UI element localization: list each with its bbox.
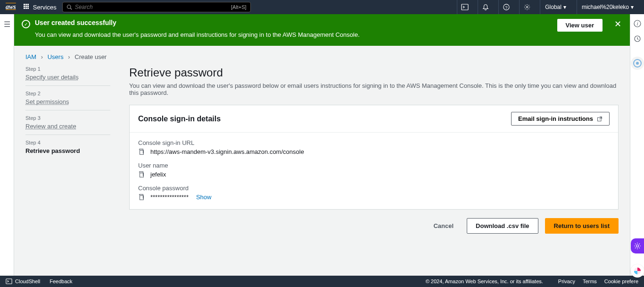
float-widget-2[interactable] xyxy=(631,238,644,253)
email-instructions-button[interactable]: Email sign-in instructions xyxy=(511,112,610,126)
cloudshell-label: CloudShell xyxy=(15,279,40,284)
float-widget-3[interactable] xyxy=(631,264,644,278)
download-csv-button[interactable]: Download .csv file xyxy=(467,218,538,234)
svg-text:?: ? xyxy=(505,5,507,10)
float-widget-1[interactable] xyxy=(631,57,644,70)
svg-point-0 xyxy=(67,5,71,9)
content-area: ✓ User created successfully You can view… xyxy=(14,14,630,276)
copy-icon[interactable] xyxy=(138,194,146,201)
step-2[interactable]: Step 2 Set permissions xyxy=(25,86,110,110)
feedback-link[interactable]: Feedback xyxy=(50,279,72,284)
view-user-button[interactable]: View user xyxy=(557,19,603,32)
services-label: Services xyxy=(33,4,57,11)
breadcrumb-current: Create user xyxy=(74,53,107,60)
step-num: Step 2 xyxy=(25,91,110,96)
search-box[interactable]: [Alt+S] xyxy=(62,2,251,12)
step-name: Review and create xyxy=(25,123,110,130)
breadcrumb: IAM › Users › Create user xyxy=(14,46,630,66)
banner-title: User created successfully xyxy=(35,19,553,26)
signin-url-value: https://aws-mandem-v3.signin.aws.amazon.… xyxy=(150,148,304,155)
cloudshell-icon[interactable] xyxy=(457,0,472,14)
grid-icon xyxy=(24,4,30,10)
page-title: Retrieve password xyxy=(129,66,619,79)
region-label: Global xyxy=(545,4,561,10)
step-name: Specify user details xyxy=(25,74,110,81)
card-title: Console sign-in details xyxy=(138,115,221,123)
user-menu[interactable]: michael%20keleko ▾ xyxy=(577,0,638,14)
password-field: Console password **************** Show xyxy=(138,185,610,201)
field-label: Console sign-in URL xyxy=(138,139,610,146)
svg-point-15 xyxy=(636,62,639,65)
svg-point-5 xyxy=(526,6,528,8)
step-num: Step 3 xyxy=(25,115,110,121)
breadcrumb-iam[interactable]: IAM xyxy=(25,53,36,60)
banner-desc: You can view and download the user's pas… xyxy=(35,31,553,38)
right-panel-toggle: i xyxy=(630,14,644,276)
terms-link[interactable]: Terms xyxy=(583,279,597,284)
username-field: User name jefelix xyxy=(138,162,610,178)
hamburger-icon[interactable]: ☰ xyxy=(4,20,10,29)
cookie-link[interactable]: Cookie prefere xyxy=(604,279,638,284)
steps-sidebar: Step 1 Specify user details Step 2 Set p… xyxy=(25,66,110,242)
chevron-down-icon: ▾ xyxy=(631,4,634,10)
chevron-down-icon: ▾ xyxy=(563,4,566,10)
svg-point-16 xyxy=(636,245,639,247)
search-input[interactable] xyxy=(75,4,231,10)
success-banner: ✓ User created successfully You can view… xyxy=(14,14,630,46)
step-num: Step 4 xyxy=(25,140,110,145)
top-nav: aws Services [Alt+S] ? Global ▾ michael%… xyxy=(0,0,644,14)
return-users-button[interactable]: Return to users list xyxy=(545,218,619,234)
close-icon[interactable]: ✕ xyxy=(613,19,622,29)
success-check-icon: ✓ xyxy=(22,20,30,28)
chevron-right-icon: › xyxy=(41,53,43,60)
copyright: © 2024, Amazon Web Services, Inc. or its… xyxy=(426,279,543,284)
step-4: Step 4 Retrieve password xyxy=(25,135,110,159)
info-icon[interactable]: i xyxy=(634,20,641,27)
actions-row: Cancel Download .csv file Return to user… xyxy=(129,210,619,242)
copy-icon[interactable] xyxy=(138,149,146,155)
step-num: Step 1 xyxy=(25,66,110,72)
svg-line-1 xyxy=(70,8,72,9)
external-link-icon xyxy=(597,116,603,122)
cancel-button[interactable]: Cancel xyxy=(427,218,460,234)
field-label: User name xyxy=(138,162,610,169)
signin-details-card: Console sign-in details Email sign-in in… xyxy=(129,105,619,210)
password-mask: **************** xyxy=(150,194,189,201)
user-label: michael%20keleko xyxy=(582,4,629,10)
breadcrumb-users[interactable]: Users xyxy=(48,53,64,60)
step-3[interactable]: Step 3 Review and create xyxy=(25,110,110,135)
username-value: jefelix xyxy=(150,171,166,178)
svg-text:i: i xyxy=(636,21,638,26)
help-icon[interactable]: ? xyxy=(498,0,513,14)
step-name: Set permissions xyxy=(25,98,110,105)
field-label: Console password xyxy=(138,185,610,192)
bottom-bar: CloudShell Feedback © 2024, Amazon Web S… xyxy=(0,276,644,287)
search-icon xyxy=(66,4,72,10)
notifications-icon[interactable] xyxy=(478,0,493,14)
region-selector[interactable]: Global ▾ xyxy=(540,0,571,14)
cloudshell-link[interactable]: CloudShell xyxy=(6,278,40,285)
left-panel-toggle: ☰ xyxy=(0,14,14,276)
step-name: Retrieve password xyxy=(25,147,110,154)
page-desc: You can view and download the user's pas… xyxy=(129,82,619,96)
search-shortcut: [Alt+S] xyxy=(231,4,247,10)
copy-icon[interactable] xyxy=(138,171,146,178)
aws-logo[interactable]: aws xyxy=(6,3,16,11)
step-1[interactable]: Step 1 Specify user details xyxy=(25,66,110,86)
privacy-link[interactable]: Privacy xyxy=(558,279,575,284)
signin-url-field: Console sign-in URL https://aws-mandem-v… xyxy=(138,139,610,155)
history-icon[interactable] xyxy=(634,35,641,42)
services-menu[interactable]: Services xyxy=(24,4,57,11)
email-btn-label: Email sign-in instructions xyxy=(518,115,593,122)
show-password-link[interactable]: Show xyxy=(196,194,212,201)
settings-icon[interactable] xyxy=(519,0,534,14)
chevron-right-icon: › xyxy=(68,53,70,60)
